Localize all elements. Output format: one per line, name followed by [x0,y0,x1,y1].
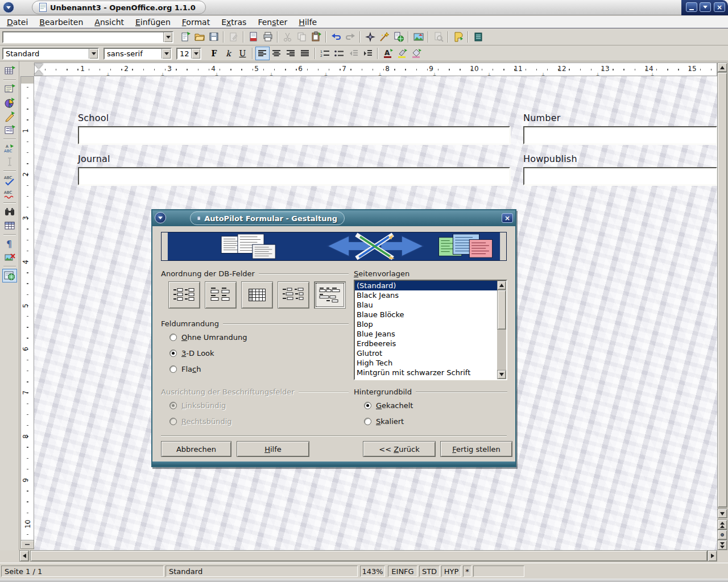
list-item[interactable]: Glutrot [355,348,506,358]
navigation-point-button[interactable] [717,530,727,540]
radio-icon[interactable] [169,334,177,341]
autopilot-button[interactable] [377,30,391,44]
radio-icon[interactable] [364,418,371,425]
form-functions-button[interactable] [2,123,17,137]
bullets-button[interactable] [332,47,346,60]
menu-fenster[interactable]: Fenster [252,17,293,27]
auto-spellcheck-button[interactable]: ABC [2,187,17,201]
status-selection-mode[interactable]: STD [419,566,440,577]
maximize-button[interactable] [700,2,711,12]
scrollbar-thumb[interactable] [497,290,506,330]
howpublish-field[interactable] [523,167,717,185]
dialog-close-button[interactable]: × [502,213,513,223]
vertical-scrollbar[interactable] [717,63,727,518]
radio-3d-look[interactable]: 3-D Look [169,349,214,357]
draw-functions-button[interactable] [2,110,17,123]
titlebar[interactable]: Unbenannt3 - OpenOffice.org 1.1.0 × [0,0,728,15]
radio-ohne-umrandung[interactable]: Ohne Umrandung [169,333,247,342]
underline-button[interactable]: U [235,47,250,60]
school-field[interactable] [78,126,510,144]
page-styles-listbox[interactable]: (Standard) Black Jeans Blau Blaue Blöcke… [354,280,507,380]
font-size-combobox[interactable]: 12 [176,48,201,60]
paragraph-style-combobox[interactable]: Standard [2,48,99,60]
indent-marker[interactable] [34,64,43,75]
horizontal-scrollbar[interactable] [19,550,717,562]
find-replace-button[interactable] [2,205,17,219]
status-page-style[interactable]: Standard [166,566,358,577]
vertical-ruler[interactable]: 1 2 3 4 5 6 7 8 9 10 [20,76,34,541]
data-sources-button[interactable] [471,30,485,44]
open-file-button[interactable] [192,30,206,44]
url-combobox[interactable] [2,31,173,43]
status-zoom[interactable]: 143% [360,566,385,577]
insert-table-button[interactable] [2,64,17,78]
increase-indent-button[interactable] [361,47,375,60]
autotext-button[interactable]: AABC [2,142,17,155]
status-insert-mode[interactable]: EINFG [388,566,417,577]
menu-einfuegen[interactable]: Einfügen [130,17,176,27]
journal-field[interactable] [78,167,510,185]
radio-icon[interactable] [364,402,371,409]
radio-flach[interactable]: Flach [169,365,201,373]
font-dropdown-button[interactable] [162,49,171,59]
data-sources-view-button[interactable] [2,219,17,232]
url-dropdown-button[interactable] [163,32,172,42]
horizontal-ruler[interactable]: 1 2 3 4 5 6 7 8 9 10 11 12 13 14 15 ⊥ ⊥ … [34,63,717,76]
next-page-button[interactable] [717,540,727,550]
scrollbar-thumb[interactable] [30,550,708,562]
cut-button[interactable] [280,30,295,44]
direct-cursor-button[interactable] [2,155,17,169]
list-item[interactable]: Blop [355,319,506,329]
list-item[interactable]: Blue Jeans [355,329,506,339]
insert-section-button[interactable] [2,82,17,96]
dialog-titlebar[interactable]: AutoPilot Formular - Gestaltung × [152,210,515,226]
window-menu-button[interactable] [3,2,14,13]
nonprinting-characters-button[interactable]: ¶ [2,237,17,251]
radio-skaliert[interactable]: Skaliert [364,417,404,426]
menu-bearbeiten[interactable]: Bearbeiten [34,17,89,27]
abbrechen-button[interactable]: Abbrechen [161,441,231,457]
scrollbar-thumb[interactable] [717,72,727,508]
list-item[interactable]: Erdbeereis [355,339,506,348]
previous-page-button[interactable] [717,519,727,530]
graphics-on-off-button[interactable] [2,251,17,264]
paragraph-background-button[interactable] [409,47,423,60]
gallery-button[interactable] [411,30,425,44]
scroll-right-button[interactable] [708,550,717,562]
hilfe-button[interactable]: Hilfe [237,441,309,457]
copy-button[interactable] [295,30,309,44]
close-button[interactable]: × [714,2,725,12]
listbox-scrollbar[interactable] [497,281,506,379]
arrangement-columns-labels-top-button[interactable] [205,281,237,309]
scroll-up-button[interactable] [497,281,506,290]
print-preview-button[interactable] [431,30,445,44]
arrangement-as-datasheet-button[interactable] [241,281,273,309]
zurueck-button[interactable]: << Zurück [363,441,436,457]
scroll-up-button[interactable] [717,63,727,72]
menu-format[interactable]: Format [176,17,216,27]
numbering-button[interactable]: 12 [318,47,332,60]
italic-button[interactable]: k [221,47,235,60]
list-item[interactable]: High Tech [355,358,506,368]
decrease-indent-button[interactable] [346,47,361,60]
align-right-button[interactable] [284,47,298,60]
list-item[interactable]: Blau [355,300,506,310]
list-item[interactable]: (Standard) [355,281,506,290]
list-item[interactable]: Mintgrün mit schwarzer Schrift [355,368,506,377]
spellcheck-button[interactable]: ABC [2,173,17,187]
paste-button[interactable] [309,30,323,44]
print-file-button[interactable] [260,30,275,44]
online-layout-button[interactable] [2,269,17,282]
hyperlink-dialog-button[interactable] [391,30,406,44]
new-document-button[interactable] [178,30,192,44]
export-pdf-button[interactable] [246,30,260,44]
scroll-left-button[interactable] [19,550,29,562]
insert-object-button[interactable] [2,96,17,110]
radio-icon[interactable] [169,365,177,373]
menu-extras[interactable]: Extras [216,17,252,27]
font-color-button[interactable]: A [380,47,395,60]
radio-gekachelt[interactable]: Gekachelt [364,401,413,410]
align-left-button[interactable] [255,47,270,60]
menu-hilfe[interactable]: Hilfe [293,17,322,27]
number-field[interactable] [523,126,717,144]
